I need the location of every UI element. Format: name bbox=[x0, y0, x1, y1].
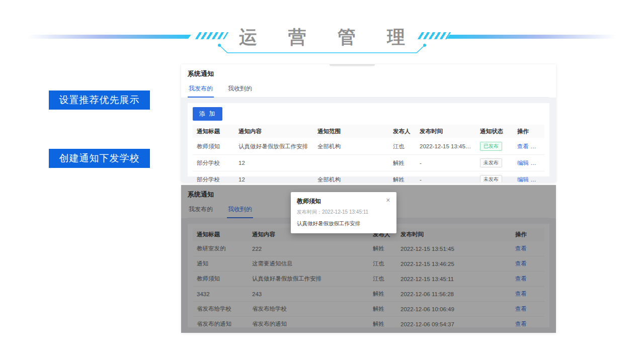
modal-publish-time: 发布时间：2022-12-15 13:45:11 bbox=[297, 209, 390, 216]
cell-actions: 编辑 删除 bbox=[513, 171, 544, 183]
cell-time: - bbox=[416, 155, 476, 171]
col-content: 通知内容 bbox=[234, 125, 313, 138]
table-row: 部分学校 12 解姓 - 未发布 编辑 删除 bbox=[193, 155, 544, 171]
delete-link[interactable]: 删除 bbox=[535, 143, 544, 149]
cell-scope bbox=[313, 155, 389, 171]
callout-set-recommendation: 设置推荐优先展示 bbox=[49, 90, 150, 110]
cell-content: 认真做好暑假放假工作安排 bbox=[234, 138, 313, 155]
table-header-row: 通知标题 通知内容 通知范围 发布人 发布时间 通知状态 操作 bbox=[193, 125, 544, 138]
col-time: 发布时间 bbox=[416, 125, 476, 138]
tab-bar: 我发布的 我收到的 bbox=[188, 82, 549, 98]
status-badge: 已发布 bbox=[480, 142, 502, 151]
cell-time: - bbox=[416, 171, 476, 183]
cell-status: 未发布 bbox=[476, 155, 513, 171]
publish-time-value: 2022-12-15 13:45:11 bbox=[322, 209, 368, 215]
status-badge: 未发布 bbox=[480, 158, 502, 167]
cell-content: 12 bbox=[234, 171, 313, 183]
edit-link[interactable]: 编辑 bbox=[517, 160, 529, 166]
cell-title: 部分学校 bbox=[193, 171, 234, 183]
edit-link[interactable]: 编辑 bbox=[517, 176, 529, 183]
notification-detail-modal: 教师须知 ✕ 发布时间：2022-12-15 13:45:11 认真做好暑假放假… bbox=[291, 192, 396, 233]
cell-title: 教师须知 bbox=[193, 138, 234, 155]
table-row: 部分学校 12 全部机构 解姓 - 未发布 编辑 删除 bbox=[193, 171, 544, 183]
cell-scope: 全部机构 bbox=[313, 138, 389, 155]
col-scope: 通知范围 bbox=[313, 125, 389, 138]
cell-status: 已发布 bbox=[476, 138, 513, 155]
cell-title: 部分学校 bbox=[193, 155, 234, 171]
cell-actions: 编辑 删除 bbox=[513, 155, 544, 171]
add-button[interactable]: 添 加 bbox=[193, 107, 222, 121]
callout-label: 设置推荐优先展示 bbox=[59, 94, 140, 107]
cell-actions: 查看 删除 bbox=[513, 138, 544, 155]
tab-my-published[interactable]: 我发布的 bbox=[188, 82, 214, 98]
callout-label: 创建通知下发学校 bbox=[59, 152, 140, 165]
system-notification-panel-received: 系统通知 我发布的 我收到的 通知标题 通知内容 发布人 发布时间 操作 bbox=[181, 185, 556, 333]
callout-create-notification: 创建通知下发学校 bbox=[49, 149, 150, 168]
cell-content: 12 bbox=[234, 155, 313, 171]
view-link[interactable]: 查看 bbox=[517, 143, 529, 149]
tab-my-received[interactable]: 我收到的 bbox=[227, 82, 253, 97]
cell-publisher: 江也 bbox=[389, 138, 416, 155]
system-notification-panel-published: 系统通知 我发布的 我收到的 添 加 通知标题 通知内容 通知范围 发布人 bbox=[181, 64, 556, 182]
page-title: 运营管理 bbox=[0, 25, 644, 50]
cell-publisher: 解姓 bbox=[389, 155, 416, 171]
col-status: 通知状态 bbox=[476, 125, 513, 138]
cell-publisher: 解姓 bbox=[389, 171, 416, 183]
modal-title: 教师须知 bbox=[297, 197, 321, 206]
col-title: 通知标题 bbox=[193, 125, 234, 138]
panel-title: 系统通知 bbox=[188, 69, 549, 78]
published-notifications-table: 通知标题 通知内容 通知范围 发布人 发布时间 通知状态 操作 教师须知 认真做… bbox=[193, 125, 544, 182]
cell-scope: 全部机构 bbox=[313, 171, 389, 183]
cell-status: 未发布 bbox=[476, 171, 513, 183]
delete-link[interactable]: 删除 bbox=[535, 160, 544, 166]
close-icon[interactable]: ✕ bbox=[386, 197, 390, 203]
table-row: 教师须知 认真做好暑假放假工作安排 全部机构 江也 2022-12-15 13:… bbox=[193, 138, 544, 155]
publish-time-label: 发布时间： bbox=[297, 209, 322, 215]
col-publisher: 发布人 bbox=[389, 125, 416, 138]
cell-time: 2022-12-15 13:45:11 bbox=[416, 138, 476, 155]
panel-top-shadow bbox=[330, 64, 375, 67]
delete-link[interactable]: 删除 bbox=[535, 176, 544, 183]
col-actions: 操作 bbox=[513, 125, 544, 138]
modal-content: 认真做好暑假放假工作安排 bbox=[297, 220, 390, 227]
status-badge: 未发布 bbox=[480, 175, 502, 182]
